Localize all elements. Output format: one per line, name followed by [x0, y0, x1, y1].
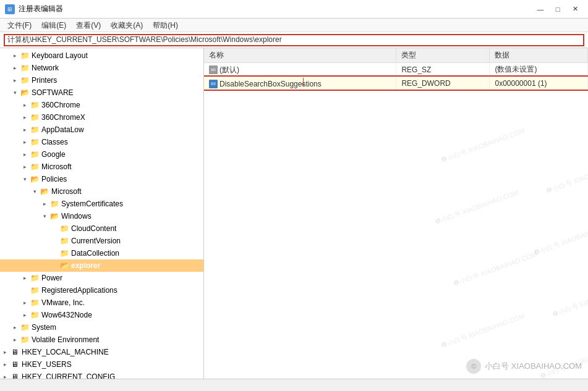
table-row[interactable]: ## DisableSearchBoxSuggestions REG_DWORD… [204, 77, 588, 90]
tree-item-hkcc[interactable]: ▸🖥HKEY_CURRENT_CONFIG [0, 371, 203, 379]
tree-toggle-hklm[interactable]: ▸ [0, 347, 10, 357]
menu-favorites[interactable]: 收藏夹(A) [106, 20, 148, 30]
tree-item-classes[interactable]: ▸📁Classes [0, 136, 203, 148]
tree-toggle-keyboard-layout[interactable]: ▸ [10, 51, 20, 61]
tree-item-systemcertificates[interactable]: ▸📁SystemCertificates [0, 198, 203, 210]
tree-item-datacollection[interactable]: 📁DataCollection [0, 247, 203, 259]
tree-label-hku: HKEY_USERS [22, 360, 72, 369]
tree-toggle-policies[interactable]: ▾ [20, 174, 30, 184]
tree-toggle-software[interactable]: ▾ [10, 88, 20, 98]
app-icon: ⊞ [5, 4, 15, 14]
tree-item-cloudcontent[interactable]: 📁CloudContent [0, 222, 203, 235]
title-bar: ⊞ 注册表编辑器 — □ ✕ [0, 0, 588, 19]
folder-icon-vmware: 📁 [30, 298, 40, 308]
watermark-item-2: ❶小白号 XIAOBAIHAO.COM [434, 188, 520, 227]
tree-item-network[interactable]: ▸📁Network [0, 62, 203, 74]
tree-item-policies[interactable]: ▾📂Policies [0, 173, 203, 185]
tree-item-appdatalow[interactable]: ▸📁AppDataLow [0, 124, 203, 136]
tree-label-360chrome: 360Chrome [41, 101, 80, 109]
menu-edit[interactable]: 编辑(E) [36, 20, 71, 30]
tree-item-currentversion[interactable]: 📁CurrentVersion [0, 235, 203, 247]
tree-label-appdatalow: AppDataLow [41, 125, 84, 134]
tree-toggle-hkcc[interactable]: ▸ [0, 372, 10, 379]
folder-icon-hklm: 🖥 [10, 347, 20, 357]
tree-item-vmware[interactable]: ▸📁VMware, Inc. [0, 296, 203, 309]
tree-item-system[interactable]: ▸📁System [0, 321, 203, 334]
tree-toggle-power[interactable]: ▸ [20, 273, 30, 283]
menu-file[interactable]: 文件(F) [2, 20, 36, 30]
folder-icon-printers: 📁 [20, 75, 30, 85]
tree-item-microsoft2[interactable]: ▾📂Microsoft [0, 185, 203, 198]
tree-label-currentversion: CurrentVersion [71, 237, 121, 245]
tree-label-hklm: HKEY_LOCAL_MACHINE [22, 348, 109, 356]
tree-label-microsoft: Microsoft [41, 162, 72, 171]
tree-item-windows[interactable]: ▾📂Windows [0, 210, 203, 222]
app-title: 注册表编辑器 [19, 4, 63, 14]
reg-icon: ## [209, 80, 218, 88]
tree-item-printers[interactable]: ▸📁Printers [0, 74, 203, 86]
tree-item-360chrome[interactable]: ▸📁360Chrome [0, 99, 203, 111]
folder-icon-360chrome: 📁 [30, 100, 40, 110]
tree-toggle-system[interactable]: ▸ [10, 322, 20, 332]
tree-item-software[interactable]: ▾📂SOFTWARE [0, 86, 203, 99]
tree-toggle-google[interactable]: ▸ [20, 149, 30, 159]
tree-label-microsoft2: Microsoft [51, 187, 82, 196]
tree-toggle-microsoft2[interactable]: ▾ [30, 187, 40, 196]
close-button[interactable]: ✕ [567, 3, 583, 15]
watermark-overlay: ❶小白号 XIAOBAIHAO.COM❶小白号 XIAOBAIHAO.COM❶小… [204, 48, 588, 379]
tree-item-keyboard-layout[interactable]: ▸📁Keyboard Layout [0, 49, 203, 62]
minimize-button[interactable]: — [532, 3, 548, 15]
tree-toggle-wow6432node[interactable]: ▸ [20, 310, 30, 320]
tree-item-microsoft[interactable]: ▸📁Microsoft [0, 161, 203, 173]
tree-label-datacollection: DataCollection [71, 249, 119, 258]
tree-item-hku[interactable]: ▸🖥HKEY_USERS [0, 358, 203, 371]
maximize-button[interactable]: □ [550, 3, 566, 15]
tree-toggle-vmware[interactable]: ▸ [20, 298, 30, 308]
tree-label-policies: Policies [41, 175, 67, 183]
tree-toggle-appdatalow[interactable]: ▸ [20, 125, 30, 135]
cell-type: REG_DWORD [396, 77, 490, 90]
col-name: 名称 [204, 48, 396, 63]
cell-data: (数值未设置) [490, 63, 588, 77]
tree-panel[interactable]: ▸📁Keyboard Layout▸📁Network▸📁Printers▾📂SO… [0, 48, 204, 379]
tree-item-360chromex[interactable]: ▸📁360ChromeX [0, 111, 203, 124]
watermark-item-6: ❶小白号 XIAOBAIHAO.COM [440, 311, 526, 350]
watermark-item-1: ❶小白号 XIAOBAIHAO.COM [545, 157, 588, 196]
reg-icon: ab [209, 65, 218, 74]
tree-label-software: SOFTWARE [32, 88, 74, 97]
folder-icon-microsoft2: 📂 [40, 187, 49, 196]
tree-toggle-360chromex[interactable]: ▸ [20, 112, 30, 122]
tree-toggle-microsoft[interactable]: ▸ [20, 162, 30, 172]
tree-item-power[interactable]: ▸📁Power [0, 272, 203, 284]
watermark-item-0: ❶小白号 XIAOBAIHAO.COM [440, 126, 526, 165]
tree-item-registeredapplications[interactable]: 📁RegisteredApplications [0, 284, 203, 296]
tree-toggle-windows[interactable]: ▾ [40, 211, 49, 221]
tree-item-google[interactable]: ▸📁Google [0, 148, 203, 161]
tree-label-registeredapplications: RegisteredApplications [41, 286, 117, 295]
watermark-item-3: ❶小白号 XIAOBAIHAO.COM [533, 219, 588, 258]
menu-help[interactable]: 帮助(H) [148, 20, 183, 30]
cell-data: 0x00000001 (1) [490, 77, 588, 90]
tree-toggle-360chrome[interactable]: ▸ [20, 100, 30, 110]
tree-item-hklm[interactable]: ▸🖥HKEY_LOCAL_MACHINE [0, 346, 203, 358]
tree-toggle-volatile[interactable]: ▸ [10, 335, 20, 345]
tree-item-volatile[interactable]: ▸📁Volatile Environment [0, 334, 203, 346]
tree-item-explorer[interactable]: 📂explorer [0, 259, 203, 272]
tree-toggle-systemcertificates[interactable]: ▸ [40, 199, 49, 209]
tree-label-vmware: VMware, Inc. [41, 298, 85, 307]
tree-toggle-network[interactable]: ▸ [10, 63, 20, 73]
tree-item-wow6432node[interactable]: ▸📁Wow6432Node [0, 309, 203, 321]
folder-icon-registeredapplications: 📁 [30, 285, 40, 295]
tree-toggle-hku[interactable]: ▸ [0, 359, 10, 369]
tree-label-hkcc: HKEY_CURRENT_CONFIG [22, 372, 115, 379]
tree-toggle-printers[interactable]: ▸ [10, 75, 20, 85]
folder-icon-datacollection: 📁 [59, 248, 69, 258]
col-type: 类型 [396, 48, 490, 63]
watermark-text: 小白号 XIAOBAIHAO.COM [485, 361, 582, 372]
table-row[interactable]: ab (默认) REG_SZ (数值未设置) [204, 63, 588, 77]
detail-panel[interactable]: ↓ ❶小白号 XIAOBAIHAO.COM❶小白号 XIAOBAIHAO.COM… [204, 48, 588, 379]
menu-view[interactable]: 查看(V) [71, 20, 106, 30]
folder-icon-windows: 📂 [49, 211, 59, 221]
address-input[interactable] [4, 34, 584, 46]
tree-toggle-classes[interactable]: ▸ [20, 137, 30, 147]
